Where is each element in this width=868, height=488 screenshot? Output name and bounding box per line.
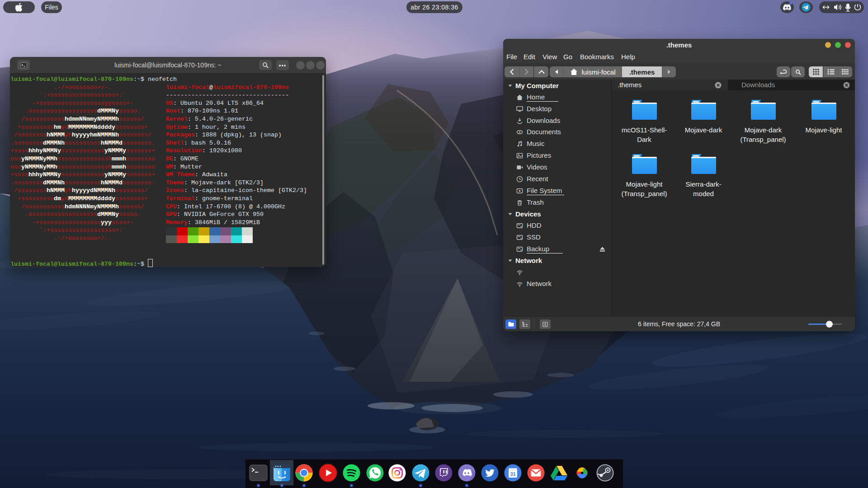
svg-text:31: 31 <box>510 471 515 477</box>
